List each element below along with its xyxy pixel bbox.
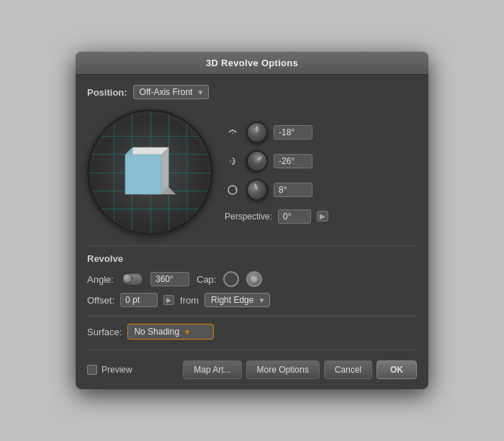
dialog: 3D Revolve Options Position: Off-Axis Fr… (76, 52, 428, 389)
divider-2 (87, 316, 417, 317)
offset-arrow[interactable]: ▶ (163, 295, 174, 305)
cap-label: Cap: (197, 274, 216, 285)
ok-button[interactable]: OK (377, 360, 417, 379)
perspective-input[interactable] (278, 209, 311, 224)
svg-marker-5 (161, 147, 168, 194)
position-label: Position: (87, 87, 127, 98)
cube-preview (111, 133, 190, 212)
z-rotation-icon (225, 182, 240, 198)
x-angle-input[interactable] (274, 125, 312, 140)
cube-svg (111, 133, 190, 212)
position-select-arrow: ▼ (197, 88, 204, 96)
perspective-label: Perspective: (225, 212, 272, 222)
preview-checkbox[interactable] (87, 365, 97, 375)
surface-select-arrow: ▼ (184, 328, 191, 336)
svg-marker-10 (235, 188, 236, 190)
from-value: Right Edge (211, 295, 253, 305)
controls-panel: Perspective: ▶ (225, 109, 417, 235)
from-select[interactable]: Right Edge ▼ (204, 293, 270, 307)
z-angle-input[interactable] (274, 183, 312, 197)
offset-label: Offset: (87, 295, 114, 306)
dialog-title: 3D Revolve Options (76, 52, 428, 75)
preview-label: Preview (102, 365, 132, 375)
bottom-buttons-row: Preview Map Art... More Options Cancel O… (87, 358, 417, 379)
angle-input[interactable] (150, 272, 189, 286)
offset-input[interactable] (120, 293, 158, 307)
z-rotation-row (225, 179, 417, 201)
offset-row: Offset: ▶ from Right Edge ▼ (87, 293, 417, 307)
y-dial[interactable] (242, 145, 272, 176)
position-select[interactable]: Off-Axis Front ▼ (133, 85, 210, 99)
surface-value: No Shading (134, 327, 179, 337)
surface-label: Surface: (87, 327, 122, 337)
map-art-button[interactable]: Map Art... (183, 360, 241, 379)
y-angle-input[interactable] (274, 154, 312, 168)
revolve-title: Revolve (87, 253, 417, 264)
cancel-button[interactable]: Cancel (324, 360, 372, 379)
cap-button-1[interactable] (223, 271, 239, 287)
z-dial[interactable] (243, 176, 271, 203)
from-label: from (180, 295, 199, 306)
divider-1 (87, 245, 417, 246)
more-options-button[interactable]: More Options (246, 360, 320, 379)
angle-label: Angle: (87, 274, 114, 285)
revolve-section: Revolve Angle: Cap: Offset: ▶ from Righ (87, 253, 417, 307)
position-value: Off-Axis Front (140, 87, 193, 97)
perspective-row: Perspective: ▶ (225, 209, 417, 224)
x-dial[interactable] (246, 122, 268, 143)
x-rotation-row (225, 122, 417, 143)
cap-button-2[interactable] (246, 271, 262, 287)
globe-viewer[interactable] (87, 109, 213, 235)
svg-point-9 (228, 186, 237, 194)
perspective-arrow[interactable]: ▶ (317, 211, 328, 222)
from-select-arrow: ▼ (258, 296, 265, 304)
y-rotation-icon (225, 153, 240, 169)
divider-3 (87, 350, 417, 350)
surface-row: Surface: No Shading ▼ (87, 324, 417, 340)
surface-select[interactable]: No Shading ▼ (127, 324, 214, 340)
revolve-angle-row: Angle: Cap: (87, 271, 417, 287)
preview-check: Preview (87, 365, 132, 375)
x-rotation-icon (225, 124, 240, 140)
y-rotation-row (225, 150, 417, 172)
position-row: Position: Off-Axis Front ▼ (87, 85, 417, 99)
svg-marker-6 (125, 155, 161, 194)
dialog-body: Position: Off-Axis Front ▼ (76, 75, 428, 389)
angle-dial[interactable] (122, 273, 143, 286)
view-section: Perspective: ▶ (87, 109, 417, 235)
